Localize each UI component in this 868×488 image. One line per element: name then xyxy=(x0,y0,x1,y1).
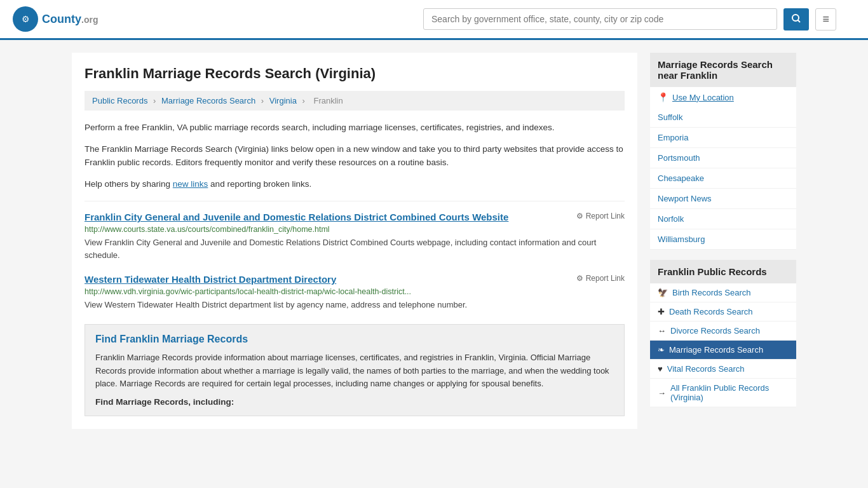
sidebar-public-records-section: Franklin Public Records 🦅 Birth Records … xyxy=(650,260,796,407)
nearby-city-4: Newport News xyxy=(650,189,796,209)
pr-link-3[interactable]: Marriage Records Search xyxy=(669,345,763,355)
nearby-cities-list: SuffolkEmporiaPortsmouthChesapeakeNewpor… xyxy=(650,107,796,250)
breadcrumb-public-records[interactable]: Public Records xyxy=(92,96,147,105)
find-section: Find Franklin Marriage Records Franklin … xyxy=(85,324,625,416)
pr-icon-1: ✚ xyxy=(658,307,665,316)
record-header-1: Western Tidewater Health District Depart… xyxy=(85,274,625,285)
find-section-text: Franklin Marriage Records provide inform… xyxy=(95,351,614,391)
report-link-1[interactable]: ⚙ Report Link xyxy=(576,274,625,283)
pr-icon-3: ❧ xyxy=(658,345,665,355)
svg-text:⚙: ⚙ xyxy=(22,14,30,24)
search-bar-area: ≡ xyxy=(423,8,836,30)
svg-line-3 xyxy=(798,20,801,22)
nearby-city-link-4[interactable]: Newport News xyxy=(658,194,712,203)
breadcrumb: Public Records › Marriage Records Search… xyxy=(85,91,625,111)
divider-1 xyxy=(85,201,625,201)
report-icon-0: ⚙ xyxy=(576,212,583,220)
records-container: Franklin City General and Juvenile and D… xyxy=(85,212,625,311)
report-link-0[interactable]: ⚙ Report Link xyxy=(576,212,625,220)
main-column: Franklin Marriage Records Search (Virgin… xyxy=(72,53,637,429)
record-title-0[interactable]: Franklin City General and Juvenile and D… xyxy=(85,212,508,222)
sidebar-nearby-section: Marriage Records Search near Franklin 📍 … xyxy=(650,53,796,250)
pr-item-0[interactable]: 🦅 Birth Records Search xyxy=(650,283,796,302)
nearby-city-link-0[interactable]: Suffolk xyxy=(658,112,683,122)
logo-icon: ⚙ xyxy=(13,6,38,32)
pr-item-4[interactable]: ♥ Vital Records Search xyxy=(650,360,796,379)
record-entry-0: Franklin City General and Juvenile and D… xyxy=(85,212,625,261)
record-entry-1: Western Tidewater Health District Depart… xyxy=(85,274,625,311)
record-desc-1: View Western Tidewater Health District d… xyxy=(85,299,625,311)
breadcrumb-marriage-records[interactable]: Marriage Records Search xyxy=(161,96,255,105)
nearby-city-3: Chesapeake xyxy=(650,168,796,189)
pr-icon-4: ♥ xyxy=(658,364,663,374)
intro-text-1: Perform a free Franklin, VA public marri… xyxy=(85,121,625,135)
record-header-0: Franklin City General and Juvenile and D… xyxy=(85,212,625,222)
pr-item-3[interactable]: ❧ Marriage Records Search xyxy=(650,341,796,360)
nearby-city-2: Portsmouth xyxy=(650,148,796,168)
nearby-city-0: Suffolk xyxy=(650,107,796,128)
nearby-city-link-1[interactable]: Emporia xyxy=(658,133,688,142)
pr-icon-5: → xyxy=(658,388,666,398)
nearby-city-1: Emporia xyxy=(650,128,796,148)
breadcrumb-virginia[interactable]: Virginia xyxy=(269,96,297,105)
pr-icon-2: ↔ xyxy=(658,326,666,336)
record-url-0: http://www.courts.state.va.us/courts/com… xyxy=(85,225,625,234)
nearby-city-link-6[interactable]: Williamsburg xyxy=(658,234,705,244)
sidebar: Marriage Records Search near Franklin 📍 … xyxy=(650,53,796,429)
pr-link-4[interactable]: Vital Records Search xyxy=(667,364,745,374)
search-button[interactable] xyxy=(783,8,809,30)
intro-text-3: Help others by sharing new links and rep… xyxy=(85,177,625,191)
pr-icon-0: 🦅 xyxy=(658,288,668,297)
nearby-city-6: Williamsburg xyxy=(650,229,796,250)
location-pin-icon: 📍 xyxy=(658,92,668,102)
sidebar-public-records-header: Franklin Public Records xyxy=(650,260,796,283)
page-title: Franklin Marriage Records Search (Virgin… xyxy=(85,65,625,82)
logo-area: ⚙ County.org xyxy=(13,6,98,32)
nearby-city-link-3[interactable]: Chesapeake xyxy=(658,173,704,183)
find-section-title: Find Franklin Marriage Records xyxy=(95,334,614,345)
new-links[interactable]: new links xyxy=(173,179,208,189)
nearby-city-link-5[interactable]: Norfolk xyxy=(658,214,684,224)
menu-button[interactable]: ≡ xyxy=(815,8,836,30)
use-location-link[interactable]: Use My Location xyxy=(672,93,734,102)
pr-link-0[interactable]: Birth Records Search xyxy=(672,288,751,297)
nearby-city-5: Norfolk xyxy=(650,209,796,229)
sidebar-nearby-header: Marriage Records Search near Franklin xyxy=(650,53,796,87)
search-icon xyxy=(791,13,801,24)
pr-link-2[interactable]: Divorce Records Search xyxy=(670,326,760,336)
pr-link-1[interactable]: Death Records Search xyxy=(669,307,753,316)
intro-text-2: The Franklin Marriage Records Search (Vi… xyxy=(85,142,625,170)
content-wrap: Franklin Marriage Records Search (Virgin… xyxy=(59,40,809,442)
pr-item-5[interactable]: → All Franklin Public Records (Virginia) xyxy=(650,379,796,407)
find-label: Find Marriage Records, including: xyxy=(95,397,614,407)
record-url-1: http://www.vdh.virginia.gov/wic-particip… xyxy=(85,287,625,296)
logo-text: County.org xyxy=(42,13,98,26)
pr-item-1[interactable]: ✚ Death Records Search xyxy=(650,302,796,322)
pr-item-2[interactable]: ↔ Divorce Records Search xyxy=(650,322,796,341)
header: ⚙ County.org ≡ xyxy=(0,0,868,40)
search-input[interactable] xyxy=(423,8,777,30)
pr-link-5[interactable]: All Franklin Public Records (Virginia) xyxy=(670,383,789,402)
report-icon-1: ⚙ xyxy=(576,274,583,283)
record-title-1[interactable]: Western Tidewater Health District Depart… xyxy=(85,274,336,285)
use-location-item: 📍 Use My Location xyxy=(650,87,796,107)
nearby-city-link-2[interactable]: Portsmouth xyxy=(658,153,700,163)
public-records-list: 🦅 Birth Records Search ✚ Death Records S… xyxy=(650,283,796,407)
record-desc-0: View Franklin City General and Juvenile … xyxy=(85,236,625,261)
breadcrumb-current: Franklin xyxy=(313,96,342,105)
